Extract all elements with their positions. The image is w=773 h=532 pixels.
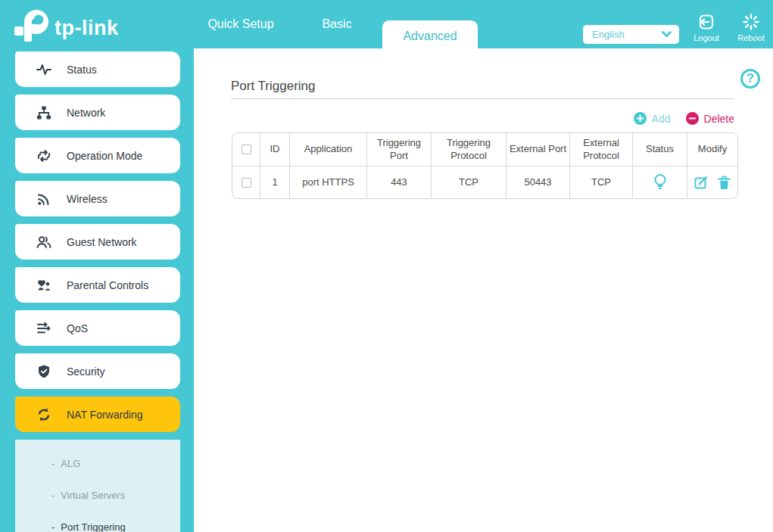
row-triggering-port: 443 — [367, 166, 432, 198]
column-header-id: ID — [260, 133, 290, 166]
wireless-icon — [36, 191, 51, 207]
row-application: port HTTPS — [290, 166, 367, 198]
submenu-item-port-triggering[interactable]: - Port Triggering — [15, 511, 180, 532]
select-all-checkbox[interactable] — [242, 145, 251, 154]
parental-controls-icon — [36, 278, 51, 293]
add-label: Add — [652, 113, 671, 125]
operation-mode-icon — [36, 148, 51, 163]
title-divider — [231, 98, 734, 99]
reboot-button[interactable]: Reboot — [733, 13, 769, 42]
nat-forwarding-submenu: - ALG - Virtual Servers - Port Triggerin… — [15, 440, 180, 532]
status-enabled-bulb-icon[interactable] — [653, 173, 667, 191]
plus-icon — [634, 112, 647, 125]
sidebar-item-label: Security — [67, 366, 105, 378]
sidebar-item-parental-controls[interactable]: Parental Controls — [15, 267, 180, 303]
sidebar-item-security[interactable]: Security — [15, 353, 180, 389]
column-header-external-port: External Port — [507, 133, 570, 166]
sidebar-item-label: QoS — [67, 322, 88, 334]
sidebar-item-label: Operation Mode — [67, 150, 142, 162]
row-select-cell — [232, 166, 260, 198]
network-icon — [36, 105, 51, 120]
dash-prefix: - — [51, 458, 55, 469]
reboot-label: Reboot — [737, 33, 764, 42]
logout-icon — [697, 13, 715, 31]
page-title: Port Triggering — [231, 79, 316, 94]
row-external-protocol: TCP — [570, 166, 633, 198]
port-triggering-table: ID Application Triggering Port Triggerin… — [232, 132, 738, 199]
sidebar-item-guest-network[interactable]: Guest Network — [15, 224, 180, 260]
submenu-item-label: Port Triggering — [61, 521, 125, 532]
tp-link-logo[interactable]: tp-link — [14, 7, 119, 42]
table-row: 1 port HTTPS 443 TCP 50443 TCP — [232, 166, 737, 198]
sidebar-item-nat-forwarding[interactable]: NAT Forwarding — [15, 397, 180, 432]
nat-forwarding-icon — [36, 407, 51, 422]
sidebar-item-status[interactable]: Status — [15, 51, 180, 87]
column-header-triggering-protocol: Triggering Protocol — [432, 133, 507, 166]
submenu-item-alg[interactable]: - ALG — [15, 447, 180, 479]
top-header: tp-link Quick Setup Basic Advanced Engli… — [0, 0, 773, 48]
tab-basic[interactable]: Basic — [307, 0, 367, 48]
tab-advanced[interactable]: Advanced — [382, 20, 478, 51]
row-modify-cell — [687, 166, 737, 198]
language-select[interactable]: English — [583, 25, 679, 44]
logo-text: tp-link — [55, 17, 119, 40]
submenu-item-label: Virtual Servers — [61, 490, 125, 501]
table-header-row: ID Application Triggering Port Triggerin… — [232, 133, 737, 166]
tp-link-logo-icon — [14, 7, 50, 42]
main-content: Port Triggering ? Add Delete — [194, 48, 773, 532]
help-button[interactable]: ? — [740, 69, 760, 89]
row-id: 1 — [260, 166, 290, 198]
row-triggering-protocol: TCP — [432, 166, 507, 198]
sidebar-item-qos[interactable]: QoS — [15, 310, 180, 346]
reboot-icon — [742, 13, 760, 31]
guest-network-icon — [36, 235, 51, 250]
column-header-modify: Modify — [687, 133, 737, 166]
sidebar-item-label: NAT Forwarding — [67, 409, 143, 421]
delete-label: Delete — [704, 113, 734, 125]
submenu-item-label: ALG — [61, 458, 80, 469]
table-toolbar: Add Delete — [634, 112, 734, 125]
sidebar-item-label: Network — [67, 107, 105, 119]
router-admin-page: tp-link Quick Setup Basic Advanced Engli… — [0, 0, 773, 532]
sidebar-item-label: Guest Network — [67, 236, 137, 248]
sidebar: Status Network Operation — [0, 48, 194, 532]
dash-prefix: - — [51, 490, 55, 501]
question-mark-icon: ? — [747, 72, 754, 86]
column-header-application: Application — [290, 133, 367, 166]
security-icon — [36, 364, 51, 379]
delete-button[interactable]: Delete — [686, 112, 734, 125]
column-header-status: Status — [633, 133, 687, 166]
sidebar-item-network[interactable]: Network — [15, 95, 180, 130]
logout-label: Logout — [694, 33, 719, 42]
row-external-port: 50443 — [507, 166, 570, 198]
row-checkbox[interactable] — [242, 178, 251, 188]
minus-icon — [686, 112, 699, 125]
trash-icon[interactable] — [718, 176, 731, 190]
sidebar-item-operation-mode[interactable]: Operation Mode — [15, 138, 180, 173]
sidebar-item-label: Status — [67, 64, 97, 76]
tab-quick-setup[interactable]: Quick Setup — [188, 0, 294, 48]
add-button[interactable]: Add — [634, 112, 671, 125]
column-header-triggering-port: Triggering Port — [367, 133, 432, 166]
sidebar-item-label: Wireless — [67, 193, 108, 205]
sidebar-item-wireless[interactable]: Wireless — [15, 181, 180, 216]
qos-icon — [36, 321, 51, 336]
select-all-cell — [232, 133, 260, 166]
chevron-down-icon — [662, 31, 672, 38]
submenu-item-virtual-servers[interactable]: - Virtual Servers — [15, 479, 180, 511]
sidebar-item-label: Parental Controls — [67, 279, 148, 291]
row-status-cell — [633, 166, 687, 198]
logout-button[interactable]: Logout — [689, 13, 724, 42]
dash-prefix: - — [51, 521, 55, 532]
edit-icon[interactable] — [694, 176, 708, 189]
status-icon — [36, 62, 51, 77]
column-header-external-protocol: External Protocol — [570, 133, 633, 166]
language-value: English — [592, 29, 662, 40]
